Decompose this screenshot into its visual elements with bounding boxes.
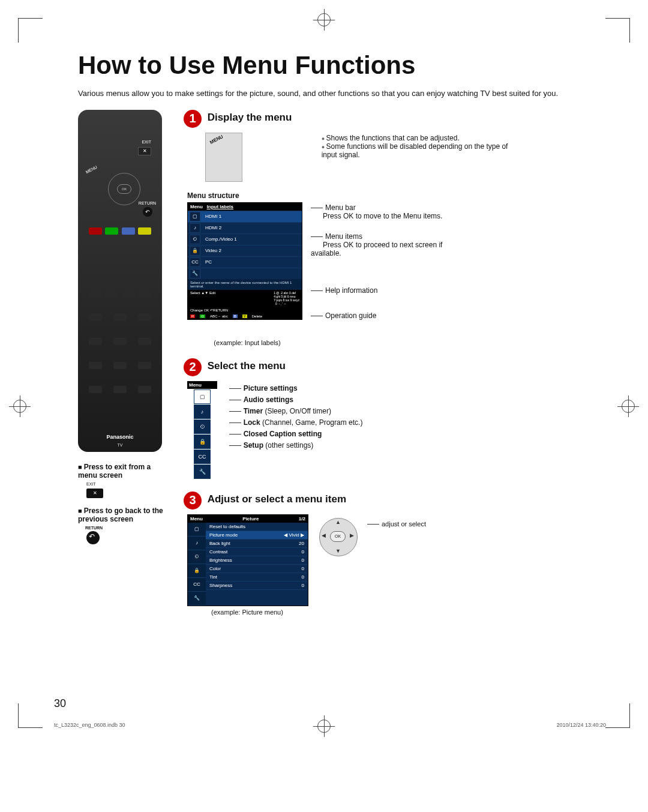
osd3-row-label: Color	[209, 566, 221, 571]
tv-label: TV	[78, 443, 162, 447]
lock-icon: 🔒	[190, 246, 200, 256]
osd-item: Video 2	[205, 248, 221, 253]
osd3-row-label: Back light	[209, 541, 230, 546]
manual-page: How to Use Menu Functions Various menus …	[0, 0, 648, 812]
menu-icon: ♪	[194, 404, 211, 419]
menuitems-desc: Press OK to proceed to next screen if av…	[311, 241, 442, 257]
color-keys-row	[89, 227, 151, 235]
button-row	[89, 314, 151, 321]
menu-item-label: Closed Caption setting	[244, 430, 322, 438]
menu-structure-label: Menu structure	[187, 191, 606, 200]
menuitems-callout: Menu items	[325, 232, 362, 241]
registration-mark	[622, 400, 635, 413]
osd3-row-val: Vivid	[289, 532, 299, 538]
osd2-bar: Menu	[187, 381, 217, 389]
cc-icon: CC	[188, 578, 206, 592]
adjust-select-label: adjust or select	[382, 520, 426, 528]
menu-item-desc: (Channel, Game, Program etc.)	[260, 418, 363, 427]
intro-text: Various menus allow you to make settings…	[78, 88, 606, 99]
registration-mark	[317, 13, 331, 26]
button-row	[89, 338, 151, 345]
osd-operation-guide: Select ▲▼ Edit 1 @. 2 abc 3 def 4 ghi 5 …	[188, 290, 302, 307]
return-instruction: Press to go back to the previous screen	[78, 507, 168, 523]
menu-button-hand-icon	[205, 133, 242, 182]
tv-icon: ▢	[188, 523, 206, 537]
step3-example: (example: Picture menu)	[187, 609, 307, 616]
crop-mark	[605, 18, 630, 43]
step3-title: Adjust or select a menu item	[208, 493, 346, 505]
arrow-up-icon: ▲	[335, 519, 341, 525]
cc-icon: CC	[190, 257, 200, 267]
exit-key-small-label: EXIT	[86, 482, 168, 486]
osd-menubar-right: Input labels	[207, 204, 233, 209]
exit-instruction: Press to exit from a menu screen	[78, 463, 168, 480]
osd3-bar-mid: Picture	[242, 516, 259, 522]
osd3-bar-left: Menu	[190, 516, 203, 522]
menu-item-label: Setup	[244, 441, 263, 450]
footer-file: tc_L3232c_eng_0608.indb 30	[54, 722, 125, 728]
menu-item-desc: (Sleep, On/Off timer)	[263, 407, 331, 415]
lock-icon: 🔒	[188, 564, 206, 578]
remote-illustration: EXIT ✕ MENU OK RETURN ↶ Panasonic TV	[78, 110, 162, 452]
footer-y: Y	[242, 314, 247, 318]
osd3-row-val: 0	[302, 549, 304, 555]
return-key-icon: ↶	[143, 207, 152, 217]
osd3-row-val: 0	[302, 566, 304, 571]
timer-icon: ⏲	[188, 550, 206, 564]
exit-key-small-icon: ✕	[86, 489, 103, 498]
return-key-small-label: RETURN	[85, 526, 168, 530]
osd3-row-val: 20	[299, 541, 304, 546]
osd-operation-guide-2: Change OK ↶RETURN	[188, 307, 302, 313]
wrench-icon: 🔧	[188, 592, 206, 606]
menu-item-label: Audio settings	[244, 395, 293, 404]
step-3: 3 Adjust or select a menu item MenuPictu…	[184, 492, 606, 616]
return-label: RETURN	[139, 201, 156, 205]
menu-item-label: Lock	[244, 418, 260, 427]
note-icon: ♪	[190, 223, 200, 233]
brand-label: Panasonic	[78, 434, 162, 440]
footer-g: G	[200, 314, 205, 318]
footer-b: B	[233, 314, 238, 318]
osd-menu-icons: Menu ▢ ♪ ⏲ 🔒 CC 🔧	[187, 381, 217, 480]
button-row	[89, 290, 151, 297]
tv-icon: ▢	[190, 212, 200, 221]
osd3-row-label: Contrast	[209, 549, 227, 555]
footer-timestamp: 2010/12/24 13:40:20	[556, 722, 606, 728]
osd3-row-val: 0	[302, 574, 304, 580]
osd3-row-label: Reset to defaults	[209, 524, 245, 529]
step1-bullet: Some functions will be disabled dependin…	[322, 142, 514, 159]
menu-item-label: Timer	[244, 407, 263, 415]
menu-item-label: Picture settings	[244, 384, 298, 392]
opguide-callout: Operation guide	[325, 311, 376, 320]
osd-item: HDMI 1	[205, 214, 221, 219]
footer-r: R	[190, 314, 195, 318]
menu-key-label: MENU	[85, 164, 98, 174]
ok-key: OK	[117, 184, 131, 194]
help-callout: Help information	[325, 286, 377, 295]
guide-change: Change	[190, 308, 203, 312]
step-1: 1 Display the menu Shows the functions t…	[184, 110, 606, 346]
button-row	[89, 362, 151, 369]
arrow-down-icon: ▼	[335, 548, 341, 554]
crop-mark	[18, 703, 43, 728]
menu-icon-selected: ▢	[194, 389, 211, 404]
guide-return: RETURN	[213, 308, 228, 312]
osd3-bar-right: 1/2	[299, 516, 305, 522]
step-2: 2 Select the menu Menu ▢ ♪ ⏲ 🔒 CC 🔧	[184, 358, 606, 480]
step2-title: Select the menu	[208, 360, 286, 372]
menu-icon: CC	[194, 450, 211, 464]
osd3-row-label: Sharpness	[209, 583, 232, 588]
exit-label: EXIT	[142, 140, 151, 144]
timer-icon: ⏲	[190, 235, 200, 244]
wrench-icon: 🔧	[190, 269, 200, 278]
footer: tc_L3232c_eng_0608.indb 30 2010/12/24 13…	[54, 722, 606, 728]
arrow-left-icon: ◀	[322, 532, 326, 538]
exit-key-icon: ✕	[138, 147, 151, 155]
menubar-callout: Menu bar	[325, 203, 356, 212]
footer-delete: Delete	[252, 314, 262, 318]
osd-help-text: Select or enter the name of the device c…	[188, 279, 302, 290]
note-icon: ♪	[188, 537, 206, 550]
ok-key: OK	[330, 531, 346, 542]
step1-bullets: Shows the functions that can be adjusted…	[322, 134, 514, 159]
guide-select: Select	[190, 291, 200, 295]
